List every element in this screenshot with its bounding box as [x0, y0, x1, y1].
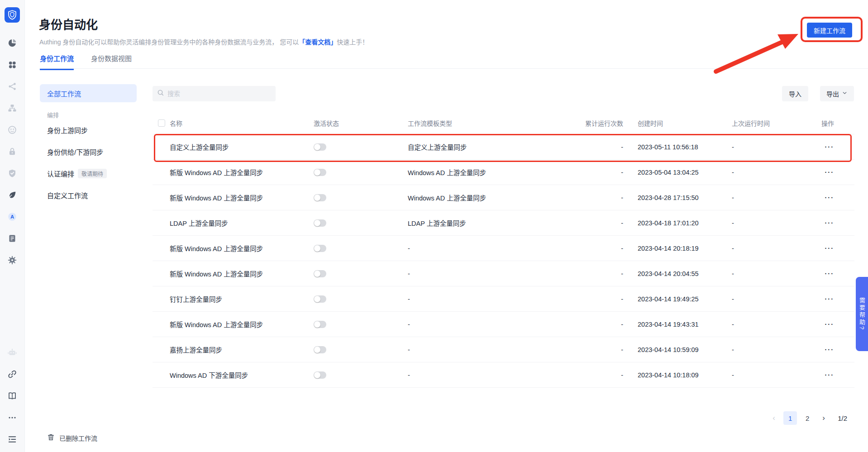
template-type-cell: - — [408, 346, 582, 353]
created-time-cell: 2023-05-11 10:56:18 — [623, 143, 732, 151]
share-icon[interactable] — [7, 81, 18, 92]
row-actions-menu-button[interactable]: ··· — [813, 321, 834, 328]
actions-cell: ··· — [813, 143, 854, 151]
row-actions-menu-button[interactable]: ··· — [813, 169, 834, 176]
actions-cell: ··· — [813, 245, 854, 252]
view-docs-link[interactable]: 「查看文档」 — [299, 38, 337, 46]
search-input[interactable] — [167, 90, 271, 97]
workflow-table: 名称激活状态工作流模板类型累计运行次数创建时间上次运行时间操作 自定义上游全量同… — [153, 112, 854, 388]
last-run-time-cell: - — [732, 270, 813, 277]
nav-item-label: 身份上游同步 — [47, 125, 88, 135]
tab-identity-workflows[interactable]: 身份工作流 — [40, 53, 74, 70]
row-actions-menu-button[interactable]: ··· — [813, 219, 834, 227]
doc-lines-icon[interactable] — [7, 233, 18, 244]
activation-toggle[interactable] — [314, 295, 326, 303]
apps-grid-icon[interactable] — [7, 59, 18, 70]
deleted-workflows-link[interactable]: 已删除工作流 — [47, 433, 97, 442]
created-time-cell: 2023-04-14 10:59:09 — [623, 346, 732, 353]
run-count-cell: - — [582, 270, 623, 277]
row-actions-menu-button[interactable]: ··· — [813, 194, 834, 201]
pagination-page-2[interactable]: 2 — [801, 411, 814, 425]
last-run-time-cell: - — [732, 169, 813, 176]
activation-toggle[interactable] — [314, 194, 326, 201]
activation-toggle[interactable] — [314, 219, 326, 227]
activation-toggle[interactable] — [314, 270, 326, 277]
pagination-page-1[interactable]: 1 — [783, 411, 797, 425]
table-row: 新版 Windows AD 上游全量同步--2023-04-14 20:04:5… — [153, 261, 854, 286]
template-type-cell: LDAP 上游全量同步 — [408, 218, 582, 228]
table-header-row: 名称激活状态工作流模板类型累计运行次数创建时间上次运行时间操作 — [153, 112, 854, 134]
table-row-highlighted: 自定义上游全量同步自定义上游全量同步-2023-05-11 10:56:18-·… — [153, 134, 854, 160]
nav-item[interactable]: 认证编排敬请期待 — [47, 162, 137, 184]
users-icon[interactable] — [7, 124, 18, 135]
template-type-cell: - — [408, 245, 582, 252]
template-type-cell: Windows AD 上游全量同步 — [408, 167, 582, 177]
workflow-name-cell: 新版 Windows AD 上游全量同步 — [170, 167, 314, 177]
activation-toggle[interactable] — [314, 169, 326, 176]
svg-text:A: A — [10, 214, 14, 219]
pagination-next-button[interactable]: › — [818, 411, 830, 425]
lock-icon[interactable] — [7, 146, 18, 157]
toggle-cell — [314, 245, 408, 252]
row-actions-menu-button[interactable]: ··· — [813, 143, 834, 151]
export-button[interactable]: 导出 — [820, 86, 854, 101]
table-row: 新版 Windows AD 上游全量同步--2023-04-14 20:18:1… — [153, 236, 854, 261]
org-tree-icon[interactable] — [7, 103, 18, 114]
shield-logo-icon[interactable] — [5, 7, 20, 23]
last-run-time-cell: - — [732, 143, 813, 151]
activation-toggle[interactable] — [314, 346, 326, 353]
brush-icon[interactable] — [7, 190, 18, 200]
need-help-tab[interactable]: 需要帮助? — [856, 277, 868, 351]
column-header: 累计运行次数 — [582, 119, 623, 128]
activation-toggle[interactable] — [314, 245, 326, 252]
last-run-time-cell: - — [732, 219, 813, 227]
row-actions-menu-button[interactable]: ··· — [813, 245, 834, 252]
activation-toggle[interactable] — [314, 321, 326, 328]
workflow-name-cell: 新版 Windows AD 上游全量同步 — [170, 243, 314, 253]
export-button-label: 导出 — [826, 89, 839, 98]
activation-toggle[interactable] — [314, 143, 326, 151]
toggle-cell — [314, 321, 408, 328]
toggle-cell — [314, 219, 408, 227]
a-badge-icon[interactable]: A — [7, 211, 18, 222]
select-all-checkbox[interactable] — [158, 119, 165, 127]
import-button[interactable]: 导入 — [782, 86, 808, 101]
row-actions-menu-button[interactable]: ··· — [813, 346, 834, 353]
last-run-time-cell: - — [732, 371, 813, 379]
row-actions-menu-button[interactable]: ··· — [813, 371, 834, 379]
gear-icon[interactable] — [7, 255, 18, 266]
run-count-cell: - — [582, 371, 623, 379]
page-title: 身份自动化 — [39, 15, 98, 32]
toggle-cell — [314, 295, 408, 303]
nav-item[interactable]: 身份供给/下游同步 — [47, 141, 137, 162]
template-type-cell: - — [408, 371, 582, 379]
nav-item[interactable]: 自定义工作流 — [47, 184, 137, 206]
last-run-time-cell: - — [732, 321, 813, 328]
last-run-time-cell: - — [732, 295, 813, 303]
created-time-cell: 2023-04-28 17:15:50 — [623, 194, 732, 201]
header-divider — [39, 68, 868, 69]
created-time-cell: 2023-04-14 20:04:55 — [623, 270, 732, 277]
workflow-name-cell: 新版 Windows AD 上游全量同步 — [170, 193, 314, 202]
nav-item[interactable]: 身份上游同步 — [47, 119, 137, 141]
search-icon — [157, 89, 164, 98]
pagination-prev-button[interactable]: ‹ — [768, 411, 780, 425]
column-header: 上次运行时间 — [732, 119, 813, 128]
tab-identity-data-view[interactable]: 身份数据视图 — [91, 53, 132, 70]
book-icon[interactable] — [7, 390, 18, 401]
row-actions-menu-button[interactable]: ··· — [813, 295, 834, 303]
trash-icon — [47, 433, 55, 442]
created-time-cell: 2023-04-14 20:18:19 — [623, 245, 732, 252]
create-workflow-button[interactable]: 新建工作流 — [807, 23, 852, 38]
template-type-cell: - — [408, 295, 582, 303]
indent-list-icon[interactable] — [7, 434, 18, 445]
pie-chart-icon[interactable] — [7, 38, 18, 48]
activation-toggle[interactable] — [314, 371, 326, 379]
shield-check-icon[interactable] — [7, 168, 18, 179]
more-dots-icon[interactable] — [7, 412, 18, 423]
chevron-down-icon — [842, 90, 848, 97]
link-icon[interactable] — [7, 369, 18, 380]
robot-icon[interactable] — [7, 347, 18, 358]
nav-item-all-workflows[interactable]: 全部工作流 — [40, 84, 137, 102]
row-actions-menu-button[interactable]: ··· — [813, 270, 834, 277]
